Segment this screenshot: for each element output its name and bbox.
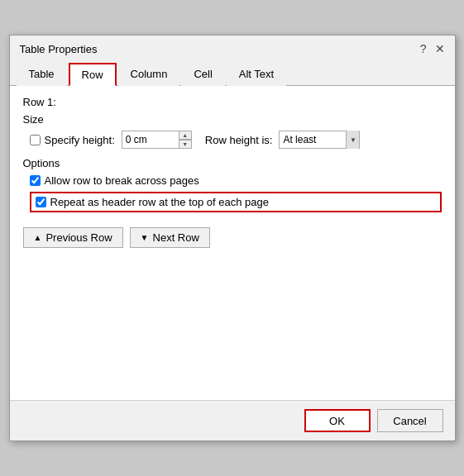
tab-table[interactable]: Table [17,63,67,86]
option-row-2-highlighted: Repeat as header row at the top of each … [30,192,442,212]
dialog-title: Table Properties [20,43,98,55]
options-section: Options Allow row to break across pages … [23,157,442,212]
spin-down-button[interactable]: ▼ [179,140,192,149]
help-icon[interactable]: ? [420,42,427,55]
nav-buttons: ▲ Previous Row ▼ Next Row [23,227,442,248]
tab-row[interactable]: Row [69,63,117,86]
prev-row-label: Previous Row [45,231,112,244]
option2-text: Repeat as header row at the top of each … [50,196,270,208]
table-properties-dialog: Table Properties ? ✕ Table Row Column Ce… [9,35,456,441]
next-row-button[interactable]: ▼ Next Row [130,227,210,248]
dialog-body: Row 1: Size Specify height: ▲ ▼ Row heig… [10,86,455,400]
height-spinner: ▲ ▼ [179,131,192,149]
prev-arrow-icon: ▲ [34,233,42,242]
title-bar-controls: ? ✕ [420,42,445,55]
specify-height-text: Specify height: [45,134,115,146]
size-group-label: Size [23,113,442,126]
specify-height-label[interactable]: Specify height: [30,134,115,146]
select-arrow-icon[interactable]: ▼ [346,131,359,149]
option-row-1: Allow row to break across pages [30,174,442,187]
options-items: Allow row to break across pages Repeat a… [30,174,442,212]
height-input-wrap: ▲ ▼ [122,131,192,149]
size-row: Specify height: ▲ ▼ Row height is: At le… [30,131,442,149]
tab-alt-text[interactable]: Alt Text [227,63,286,86]
options-group-label: Options [23,157,442,169]
tab-cell[interactable]: Cell [181,63,224,86]
tab-column[interactable]: Column [118,63,180,86]
next-row-label: Next Row [153,231,199,244]
row-number-label: Row 1: [23,96,442,108]
ok-button[interactable]: OK [304,409,371,432]
option2-checkbox[interactable] [36,197,46,207]
row-height-is-label: Row height is: [205,134,273,146]
title-bar: Table Properties ? ✕ [10,36,455,60]
height-input[interactable] [122,131,179,149]
dialog-footer: OK Cancel [10,400,455,440]
option1-text: Allow row to break across pages [45,174,199,187]
spin-up-button[interactable]: ▲ [179,131,192,140]
next-arrow-icon: ▼ [141,233,149,242]
option2-label[interactable]: Repeat as header row at the top of each … [36,196,270,208]
row-height-select[interactable]: At least Exactly [280,131,346,149]
previous-row-button[interactable]: ▲ Previous Row [23,227,123,248]
option1-label[interactable]: Allow row to break across pages [30,174,199,187]
cancel-button[interactable]: Cancel [377,409,443,432]
option1-checkbox[interactable] [30,175,41,186]
specify-height-checkbox[interactable] [30,135,41,145]
close-icon[interactable]: ✕ [435,42,445,55]
row-height-select-wrap: At least Exactly ▼ [279,131,360,149]
tab-bar: Table Row Column Cell Alt Text [10,62,455,86]
